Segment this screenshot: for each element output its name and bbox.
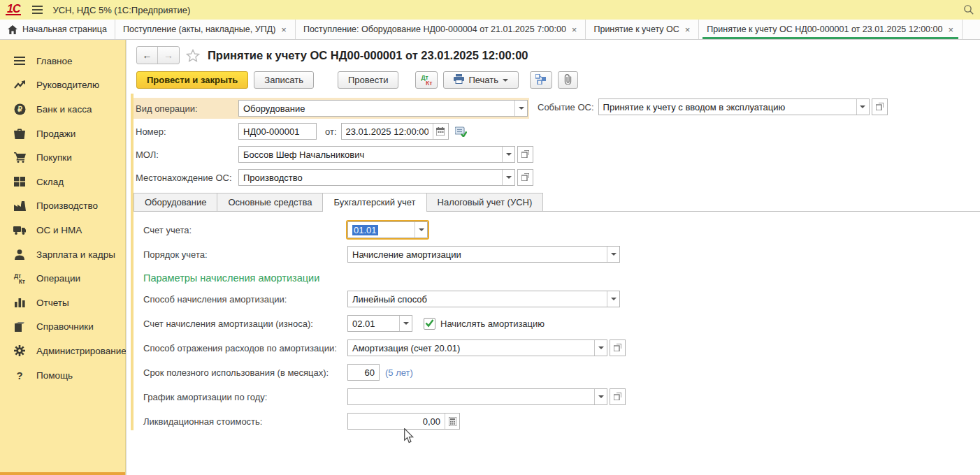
warehouse-icon (13, 177, 26, 187)
tab-oborudovanie[interactable]: Оборудование (134, 193, 217, 211)
tab-buhgalterskiy-uchet[interactable]: Бухгалтерский учет (322, 193, 426, 211)
sidebar-item-sklad[interactable]: Склад (0, 170, 125, 194)
calculator-icon[interactable] (445, 414, 459, 429)
calendar-icon[interactable] (433, 124, 448, 139)
mol-open-button[interactable] (517, 146, 533, 163)
tab-home[interactable]: Начальная страница (0, 20, 115, 39)
liquidation-field[interactable] (347, 413, 460, 430)
date-input[interactable] (342, 124, 433, 139)
event-combobox[interactable]: Принятие к учету с вводом в эксплуатацию (598, 98, 870, 115)
close-icon[interactable]: × (947, 24, 954, 35)
sidebar-item-prodazhi[interactable]: Продажи (0, 122, 125, 146)
operation-row-highlight: Вид операции: Оборудование (134, 98, 529, 119)
useful-life-label: Срок полезного использования (в месяцах)… (143, 367, 347, 378)
sidebar-item-pokupki[interactable]: Покупки (0, 145, 125, 170)
sidebar-item-label: Операции (36, 273, 80, 284)
cart-icon (13, 152, 26, 163)
expense-open-button[interactable] (610, 339, 626, 356)
sidebar-item-otchety[interactable]: Отчеты (0, 291, 125, 315)
sidebar-item-spravochniki[interactable]: Справочники (0, 315, 125, 339)
tab-label: Поступление: Оборудование НД00-000004 от… (303, 24, 566, 34)
sidebar-item-label: Банк и касса (36, 104, 92, 115)
post-and-close-button[interactable]: Провести и закрыть (136, 71, 248, 89)
accrue-depreciation-label[interactable]: Начислять амортизацию (440, 319, 545, 329)
1c-logo-icon: 1С (6, 4, 21, 15)
chevron-down-icon[interactable] (502, 147, 514, 162)
print-button[interactable]: Печать (443, 71, 519, 89)
sidebar-item-label: Помощь (36, 370, 73, 381)
depr-account-combobox[interactable]: 02.01 (347, 315, 412, 332)
app-title: УСН, НДС 5% (1С:Предприятие) (52, 5, 190, 15)
chevron-down-icon[interactable] (415, 222, 427, 238)
back-button[interactable]: ← (137, 47, 158, 64)
forward-button[interactable]: → (158, 47, 179, 64)
sidebar-item-glavnoe[interactable]: Главное (0, 49, 125, 73)
tab-label: Поступление (акты, накладные, УПД) (123, 24, 275, 34)
favorite-star-icon[interactable] (186, 49, 200, 62)
truck-icon (13, 226, 26, 235)
sidebar-item-administrirovanie[interactable]: Администрирование (0, 339, 125, 363)
document-structure-button[interactable] (530, 71, 552, 89)
briefcase-icon (13, 129, 26, 139)
event-open-button[interactable] (872, 98, 888, 115)
chevron-down-icon[interactable] (399, 316, 412, 331)
printer-icon (454, 74, 464, 86)
attachments-button[interactable] (558, 71, 578, 89)
account-combobox[interactable]: 01.01 (347, 221, 428, 238)
chevron-down-icon[interactable] (594, 389, 607, 404)
search-icon[interactable] (963, 4, 974, 15)
location-combobox[interactable]: Производство (238, 169, 515, 186)
sidebar-item-os-nma[interactable]: ОС и НМА (0, 218, 125, 242)
chevron-down-icon[interactable] (856, 99, 869, 115)
number-input[interactable] (238, 123, 317, 140)
useful-life-input[interactable] (347, 364, 380, 381)
close-icon[interactable]: × (280, 24, 287, 35)
schedule-open-button[interactable] (610, 388, 626, 405)
tab-osnovnye-sredstva[interactable]: Основные средства (217, 193, 323, 211)
schedule-value (348, 389, 594, 404)
date-field[interactable] (341, 123, 449, 140)
sidebar-item-label: Справочники (36, 321, 94, 332)
open-link-icon (521, 149, 529, 160)
chevron-down-icon[interactable] (607, 247, 619, 262)
tab-postuplenie-doc[interactable]: Поступление: Оборудование НД00-000004 от… (296, 20, 586, 39)
tab-label: Принятие к учету ОС (593, 24, 679, 34)
sidebar-item-label: Администрирование (36, 346, 127, 356)
method-label: Способ начисления амортизации: (143, 294, 347, 305)
liquidation-label: Ликвидационная стоимость: (143, 416, 347, 427)
close-icon[interactable]: × (571, 24, 578, 35)
tab-nalogovyy-uchet[interactable]: Налоговый учет (УСН) (426, 193, 544, 211)
post-button[interactable]: Провести (338, 71, 399, 89)
close-icon[interactable]: × (684, 24, 691, 35)
liquidation-input[interactable] (348, 414, 445, 429)
sidebar-item-bank-kassa[interactable]: ₽ Банк и касса (0, 97, 125, 122)
sidebar-item-operacii[interactable]: ДтКт Операции (0, 266, 125, 291)
help-icon: ? (13, 370, 26, 381)
dtkt-button[interactable]: ДтКт (415, 71, 438, 89)
tab-prinyatie-list[interactable]: Принятие к учету ОС × (586, 20, 699, 39)
ruble-circle-icon: ₽ (13, 103, 26, 115)
location-open-button[interactable] (517, 169, 533, 186)
tab-prinyatie-doc[interactable]: Принятие к учету ОС НД00-000001 от 23.01… (699, 20, 963, 39)
sidebar-item-proizvodstvo[interactable]: Производство (0, 194, 125, 219)
schedule-combobox[interactable] (347, 388, 607, 405)
expense-combobox[interactable]: Амортизация (счет 20.01) (347, 339, 607, 356)
account-value: 01.01 (352, 225, 378, 235)
main-menu-icon[interactable] (32, 6, 43, 14)
operation-combobox[interactable]: Оборудование (238, 100, 528, 117)
sidebar-item-zarplata-kadry[interactable]: Зарплата и кадры (0, 242, 125, 267)
sidebar-item-rukovoditelyu[interactable]: Руководителю (0, 73, 125, 98)
save-button[interactable]: Записать (254, 71, 314, 89)
sidebar-item-pomosch[interactable]: ? Помощь (0, 363, 125, 388)
method-combobox[interactable]: Линейный способ (347, 291, 620, 307)
chevron-down-icon[interactable] (607, 291, 619, 307)
chevron-down-icon[interactable] (502, 170, 514, 185)
tab-postuplenie-list[interactable]: Поступление (акты, накладные, УПД) × (115, 20, 296, 39)
set-current-date-icon[interactable] (455, 126, 467, 137)
chevron-down-icon[interactable] (594, 340, 607, 356)
accrue-depreciation-checkbox[interactable] (424, 318, 435, 330)
open-link-icon (614, 392, 621, 402)
mol-combobox[interactable]: Боссов Шеф Начальникович (238, 146, 515, 163)
chevron-down-icon[interactable] (514, 101, 527, 116)
order-combobox[interactable]: Начисление амортизации (347, 246, 620, 263)
